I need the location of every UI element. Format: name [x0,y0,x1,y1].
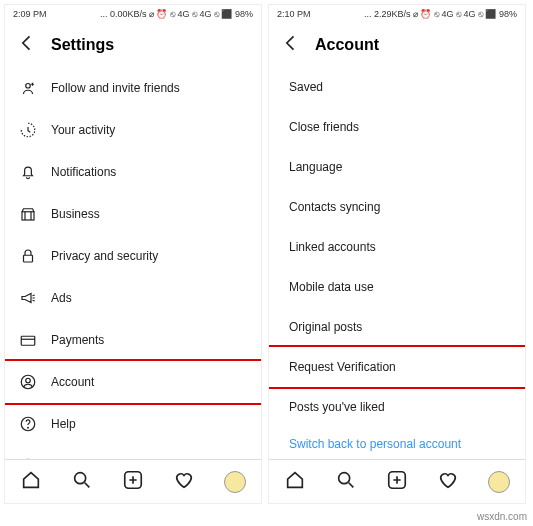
search-icon[interactable] [71,469,93,495]
sidebar-item-help[interactable]: Help [5,403,261,445]
status-bar: 2:09 PM ... 0.00KB/s ⌀ ⏰ ⎋ 4G ⎋ 4G ⎋ ⬛ 9… [5,5,261,23]
sidebar-item-privacy[interactable]: Privacy and security [5,235,261,277]
svg-point-10 [74,472,85,483]
status-details: ... 2.29KB/s ⌀ ⏰ ⎋ 4G ⎋ 4G ⎋ ⬛ 98% [364,9,517,19]
switch-account-link[interactable]: Switch back to personal account [269,427,525,461]
lock-icon [19,247,37,265]
item-label: Posts you've liked [289,400,385,414]
back-icon[interactable] [17,33,37,57]
sidebar-item-account[interactable]: Account [5,359,261,405]
follow-icon [19,79,37,97]
header: Account [269,23,525,67]
account-list: Saved Close friends Language Contacts sy… [269,67,525,503]
item-label: Follow and invite friends [51,81,180,95]
item-original-posts[interactable]: Original posts [269,307,525,347]
home-icon[interactable] [20,469,42,495]
header: Settings [5,23,261,67]
sidebar-item-follow[interactable]: Follow and invite friends [5,67,261,109]
bottom-nav [269,459,525,503]
status-bar: 2:10 PM ... 2.29KB/s ⌀ ⏰ ⎋ 4G ⎋ 4G ⎋ ⬛ 9… [269,5,525,23]
search-icon[interactable] [335,469,357,495]
ads-icon [19,289,37,307]
page-title: Settings [51,36,114,54]
screenshot-settings: 2:09 PM ... 0.00KB/s ⌀ ⏰ ⎋ 4G ⎋ 4G ⎋ ⬛ 9… [4,4,262,504]
activity-icon [19,121,37,139]
page-title: Account [315,36,379,54]
item-mobile-data[interactable]: Mobile data use [269,267,525,307]
item-label: Linked accounts [289,240,376,254]
item-label: Notifications [51,165,116,179]
bell-icon [19,163,37,181]
item-language[interactable]: Language [269,147,525,187]
heart-icon[interactable] [437,469,459,495]
add-icon[interactable] [122,469,144,495]
item-label: Request Verification [289,360,396,374]
item-linked[interactable]: Linked accounts [269,227,525,267]
help-icon [19,415,37,433]
item-posts-liked[interactable]: Posts you've liked [269,387,525,427]
item-label: Payments [51,333,104,347]
svg-point-0 [26,84,31,89]
item-label: Contacts syncing [289,200,380,214]
item-contacts[interactable]: Contacts syncing [269,187,525,227]
svg-point-7 [28,427,29,428]
sidebar-item-notifications[interactable]: Notifications [5,151,261,193]
account-icon [19,373,37,391]
svg-point-12 [338,472,349,483]
item-close-friends[interactable]: Close friends [269,107,525,147]
sidebar-item-payments[interactable]: Payments [5,319,261,361]
settings-list: Follow and invite friends Your activity … [5,67,261,503]
item-label: Original posts [289,320,362,334]
item-label: Privacy and security [51,249,158,263]
item-label: Mobile data use [289,280,374,294]
profile-avatar[interactable] [224,471,246,493]
status-time: 2:10 PM [277,9,311,19]
item-label: Language [289,160,342,174]
svg-rect-1 [22,212,34,220]
status-time: 2:09 PM [13,9,47,19]
item-label: Your activity [51,123,115,137]
sidebar-item-business[interactable]: Business [5,193,261,235]
back-icon[interactable] [281,33,301,57]
sidebar-item-ads[interactable]: Ads [5,277,261,319]
add-icon[interactable] [386,469,408,495]
item-label: Business [51,207,100,221]
screenshot-account: 2:10 PM ... 2.29KB/s ⌀ ⏰ ⎋ 4G ⎋ 4G ⎋ ⬛ 9… [268,4,526,504]
status-details: ... 0.00KB/s ⌀ ⏰ ⎋ 4G ⎋ 4G ⎋ ⬛ 98% [100,9,253,19]
item-label: Ads [51,291,72,305]
sidebar-item-activity[interactable]: Your activity [5,109,261,151]
item-saved[interactable]: Saved [269,67,525,107]
item-label: Close friends [289,120,359,134]
svg-rect-3 [21,336,35,345]
watermark: wsxdn.com [477,511,527,522]
svg-rect-2 [24,255,33,262]
business-icon [19,205,37,223]
item-label: Account [51,375,94,389]
item-request-verification[interactable]: Request Verification [269,345,525,389]
bottom-nav [5,459,261,503]
home-icon[interactable] [284,469,306,495]
profile-avatar[interactable] [488,471,510,493]
item-label: Saved [289,80,323,94]
heart-icon[interactable] [173,469,195,495]
svg-point-5 [26,378,31,383]
card-icon [19,331,37,349]
item-label: Help [51,417,76,431]
